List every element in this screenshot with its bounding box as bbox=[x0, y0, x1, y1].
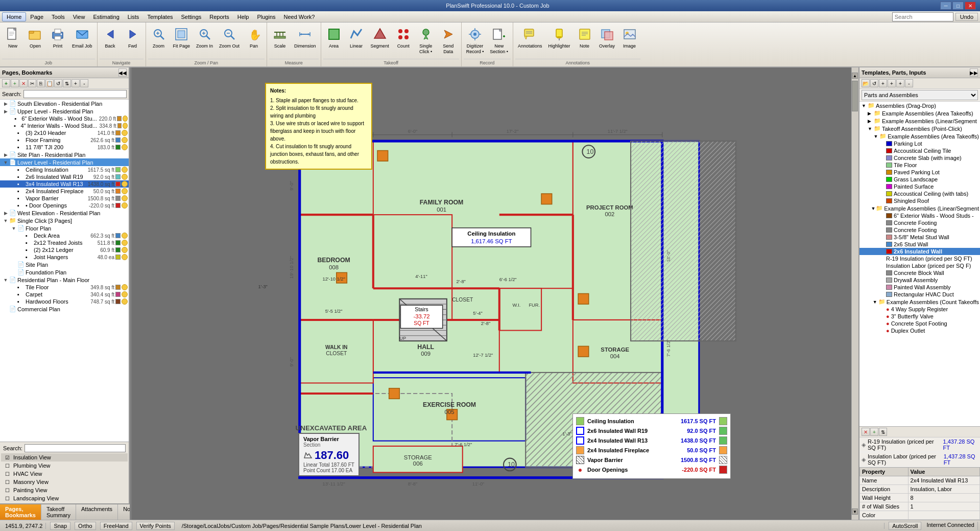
rp-tree-item-27[interactable]: ▼📁Example Assemblies (Count Takeoffs bbox=[859, 298, 980, 306]
tree-item-floor-plan[interactable]: ▼📄Floor Plan bbox=[0, 224, 129, 232]
highlighter-button[interactable]: Highlighter bbox=[546, 25, 573, 51]
zoomin-button[interactable]: Zoom In bbox=[194, 25, 216, 51]
pb-sort-button[interactable]: ⇅ bbox=[63, 79, 71, 87]
tree-item-carpet[interactable]: ▪Carpet340.4 sq ft bbox=[0, 291, 129, 298]
menu-view[interactable]: View bbox=[69, 13, 89, 21]
tree-expand-site-plan[interactable]: ▶ bbox=[2, 152, 9, 157]
pb-collapse-button[interactable]: ◀◀ bbox=[118, 68, 127, 77]
rp-result-r19[interactable]: ◈ R-19 Insulation (priced per SQ FT) 1,4… bbox=[859, 437, 980, 452]
count-button[interactable]: Count bbox=[393, 25, 414, 51]
menu-needwork[interactable]: Need Work? bbox=[280, 13, 319, 21]
rp-tree-item-19[interactable]: 2x6 Stud Wall bbox=[859, 241, 980, 248]
tree-item-tji200[interactable]: ▪11 7/8" TJI 200183.0 ft bbox=[0, 144, 129, 151]
newsection-button[interactable]: NewSection • bbox=[487, 25, 511, 56]
pb-collapse-all-button[interactable]: - bbox=[80, 79, 88, 87]
bulb-icon-2x4-ins-wall[interactable] bbox=[122, 181, 128, 187]
rp-add2-button[interactable]: + bbox=[888, 79, 896, 87]
rp-bt-add-button[interactable]: + bbox=[870, 428, 878, 436]
tree-item-floor-framing[interactable]: ▪Floor Framing262.6 sq ft bbox=[0, 136, 129, 144]
image-button[interactable]: Image bbox=[619, 25, 640, 51]
rp-tree-item-9[interactable]: Paved Parking Lot bbox=[859, 169, 980, 176]
freehand-button[interactable]: FreeHand bbox=[100, 522, 132, 530]
tree-item-south-elev[interactable]: ▶📄South Elevation - Residential Plan bbox=[0, 100, 129, 107]
rp-refresh-button[interactable]: ↺ bbox=[870, 79, 878, 87]
bulb-icon-deck-area[interactable] bbox=[122, 233, 128, 239]
bulb-icon-6ext-walls[interactable] bbox=[123, 116, 128, 122]
digitizer-button[interactable]: DigitizerRecord • bbox=[464, 25, 487, 56]
tree-item-2x4-ins-wall[interactable]: ▪3x4 Insulated Wall R131438.0 sq ft bbox=[0, 180, 129, 188]
rp-tree-item-10[interactable]: Grass Landscape bbox=[859, 176, 980, 183]
rp-tree-item-29[interactable]: ●3" Butterfly Valve bbox=[859, 313, 980, 320]
bulb-icon-tji200[interactable] bbox=[122, 144, 128, 150]
menu-reports[interactable]: Reports bbox=[205, 13, 233, 21]
undo-button[interactable]: Undo bbox=[955, 13, 978, 21]
tree-item-hardwood-floors[interactable]: ▪Hardwood Floors748.7 sq ft bbox=[0, 298, 129, 305]
tree-expand-south-elev[interactable]: ▶ bbox=[2, 101, 9, 106]
tree-item-2x10-header[interactable]: ▪(3) 2x10 Header141.0 ft bbox=[0, 129, 129, 136]
menu-home[interactable]: Home bbox=[2, 12, 26, 21]
rp-tree-item-5[interactable]: Parking Lot bbox=[859, 140, 980, 147]
scroll-up-button[interactable]: ▲ bbox=[852, 73, 858, 79]
rp-expand-1[interactable]: ▶ bbox=[868, 111, 874, 116]
tree-item-2x12-joists[interactable]: ▪2x12 Treated Joists511.8 ft bbox=[0, 239, 129, 246]
bulb-icon-2x6-ins-wall[interactable] bbox=[122, 174, 128, 180]
scale-button[interactable]: Scale bbox=[269, 25, 291, 51]
rp-tree-item-20[interactable]: 2x6 Insulated Wall bbox=[859, 248, 980, 255]
rp-expand-button[interactable]: + bbox=[896, 79, 904, 87]
bulb-icon-tile-floor[interactable] bbox=[122, 284, 128, 290]
menu-plugins[interactable]: Plugins bbox=[253, 13, 279, 21]
pb-search-input[interactable] bbox=[23, 90, 127, 98]
pb-delete-button[interactable]: ✕ bbox=[19, 79, 28, 87]
annotations-button[interactable]: Annotations bbox=[515, 25, 545, 51]
snap-button[interactable]: Snap bbox=[50, 522, 70, 530]
verify-points-button[interactable]: Verify Points bbox=[136, 522, 175, 530]
ortho-button[interactable]: Ortho bbox=[75, 522, 96, 530]
back-button[interactable]: Back bbox=[100, 25, 121, 51]
rp-tree-item-14[interactable]: ▼📁Example Assemblies (Linear/Segment bbox=[859, 204, 980, 212]
btab-attachments[interactable]: Attachments bbox=[76, 504, 118, 520]
tree-item-commercial[interactable]: 📄Commercial Plan bbox=[0, 305, 129, 313]
prop-value-4[interactable] bbox=[908, 511, 979, 520]
rp-tree-item-7[interactable]: Concrete Slab (with image) bbox=[859, 154, 980, 161]
rp-tree-item-4[interactable]: ▼📁Example Assemblies (Area Takeoffs) bbox=[859, 132, 980, 140]
tree-item-residential-main[interactable]: ▼📄Residential Plan - Main Floor bbox=[0, 276, 129, 284]
singleclick-button[interactable]: SingleClick • bbox=[415, 25, 437, 56]
tree-item-foundation-plan[interactable]: 📄Foundation Plan bbox=[0, 268, 129, 276]
rp-collapse-button[interactable]: ▶▶ bbox=[970, 68, 978, 77]
rp-tree-item-12[interactable]: Accoustical Ceiling (with tabs) bbox=[859, 190, 980, 197]
email-button[interactable]: Email Job bbox=[69, 25, 95, 51]
restore-button[interactable]: □ bbox=[952, 2, 964, 10]
rp-expand-27[interactable]: ▼ bbox=[873, 299, 878, 305]
prop-value-1[interactable]: Insulation, Labor bbox=[908, 485, 979, 494]
canvas-area[interactable]: 10 10 FAMILY ROOM 001 BEDROOM 008 PROJEC… bbox=[130, 67, 858, 520]
autoscroll-button[interactable]: AutoScroll bbox=[889, 522, 921, 530]
rp-tree-item-17[interactable]: Concrete Footing bbox=[859, 226, 980, 234]
bulb-icon-2x4-ins-fp[interactable] bbox=[122, 188, 128, 194]
btab-takeoff-summary[interactable]: Takeoff Summary bbox=[41, 504, 76, 520]
rp-dropdown-select[interactable]: Parts and Assemblies Templates Inputs bbox=[862, 90, 978, 100]
bulb-icon-4int-walls[interactable] bbox=[123, 123, 128, 129]
bulb-icon-floor-framing[interactable] bbox=[122, 137, 128, 143]
pb-expand-button[interactable]: + bbox=[71, 79, 80, 87]
rp-expand-3[interactable]: ▼ bbox=[868, 126, 874, 131]
views-search-input[interactable] bbox=[25, 444, 126, 452]
dimension-button[interactable]: Dimension bbox=[292, 25, 319, 51]
tree-expand-floor-plan[interactable]: ▼ bbox=[10, 226, 17, 231]
close-button[interactable]: ✕ bbox=[965, 2, 976, 10]
rp-bt-delete-button[interactable]: ✕ bbox=[862, 428, 870, 436]
bulb-icon-vapor-barrier[interactable] bbox=[122, 195, 128, 201]
top-search-input[interactable] bbox=[892, 12, 953, 21]
tree-expand-west-elev[interactable]: ▶ bbox=[2, 211, 9, 216]
bulb-icon-2x12-joists[interactable] bbox=[122, 240, 128, 246]
bulb-icon-door-openings[interactable] bbox=[122, 202, 128, 209]
new-button[interactable]: New bbox=[2, 25, 23, 51]
rp-tree-item-16[interactable]: Concrete Footing bbox=[859, 219, 980, 226]
tree-item-upper-level[interactable]: ▶📄Upper Level - Residential Plan bbox=[0, 107, 129, 115]
rp-tree-item-13[interactable]: Shingled Roof bbox=[859, 197, 980, 204]
senddata-button[interactable]: SendData bbox=[438, 25, 459, 56]
tree-item-joist-hangers[interactable]: ▪Joist Hangers48.0 ea bbox=[0, 253, 129, 261]
view-item-landscaping[interactable]: ☐Landscaping View bbox=[1, 494, 128, 502]
pb-refresh-button[interactable]: ↺ bbox=[54, 79, 62, 87]
fwd-button[interactable]: Fwd bbox=[122, 25, 144, 51]
linear-button[interactable]: Linear bbox=[346, 25, 367, 51]
